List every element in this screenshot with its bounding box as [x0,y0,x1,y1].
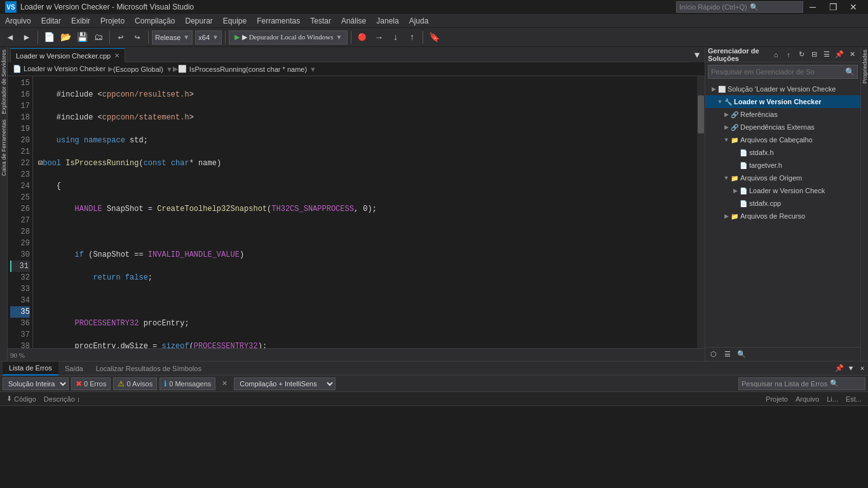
col-header-line[interactable]: Li... [823,395,842,403]
menu-exibir[interactable]: Exibir [66,14,95,27]
editor-tab-active[interactable]: Loader w Version Checker.cpp ✕ [10,48,125,62]
menu-ajuda[interactable]: Ajuda [404,14,434,27]
server-explorer-label[interactable]: Explorador de Servidores [0,47,8,117]
tree-item-solution[interactable]: ▶ ⬜ Solução 'Loader w Version Checke [705,83,860,95]
save-all-button[interactable]: 🗂 [91,30,106,45]
step-over-button[interactable]: → [371,30,386,45]
menu-equipe[interactable]: Equipe [218,14,252,27]
sol-home-button[interactable]: ⌂ [770,49,782,60]
close-button[interactable]: ✕ [844,0,863,14]
quick-launch-search[interactable]: Início Rápido (Ctrl+Q) 🔍 [676,1,803,13]
toggle-solution[interactable]: ▶ [710,86,717,92]
bottom-dropdown-button[interactable]: ▼ [845,362,857,376]
editor-scroll-thumb[interactable] [698,95,704,133]
save-button[interactable]: 💾 [74,30,90,45]
messages-badge[interactable]: ℹ 0 Mensagens [159,377,215,390]
restore-button[interactable]: ❒ [824,0,843,14]
minimize-button[interactable]: ─ [803,0,822,14]
menu-ferramentas[interactable]: Ferramentas [252,14,305,27]
menu-projeto[interactable]: Projeto [95,14,130,27]
build-filter-dropdown[interactable]: Compilação + IntelliSens [234,377,336,390]
open-file-button[interactable]: 📂 [58,30,73,45]
sol-close-button[interactable]: ✕ [846,49,858,60]
col-header-file[interactable]: Arquivo [792,395,823,403]
bottom-close-button[interactable]: ✕ [857,362,868,376]
scope-filter-dropdown[interactable]: Solução Inteira [3,377,69,390]
sol-refresh-button[interactable]: ↻ [796,49,807,60]
toolbox-label[interactable]: Caixa de Ferramentas [0,117,8,179]
back-button[interactable]: ◀ [3,30,18,45]
toggle-references[interactable]: ▶ [723,111,729,118]
solution-search[interactable]: 🔍 [708,65,858,79]
error-search-box[interactable]: Pesquisar na Lista de Erros 🔍 [738,377,865,390]
properties-label[interactable]: Propriedades [860,47,869,86]
menu-arquivo[interactable]: Arquivo [0,14,36,27]
sol-up-button[interactable]: ↑ [783,49,794,60]
col-header-status[interactable]: Est... [842,395,865,403]
code-content[interactable]: 15 16 17 18 19 20 21 22 23 24 25 26 27 2… [8,76,705,348]
platform-dropdown[interactable]: x64 ▼ [195,30,222,44]
tab-close-icon[interactable]: ✕ [114,52,119,59]
sol-properties-button[interactable]: ☰ [821,49,832,60]
col-header-code[interactable]: ⬇ Código [3,395,40,403]
forward-button[interactable]: ▶ [19,30,34,45]
scope-dropdown[interactable]: (Escopo Global) ▼ [113,65,173,73]
tree-item-headers[interactable]: ▼ 📁 Arquivos de Cabeçalho [705,133,860,146]
col-header-description[interactable]: Descrição ↕ [40,395,84,403]
tree-item-source-files[interactable]: ▼ 📁 Arquivos de Origem [705,172,860,184]
menu-testar[interactable]: Testar [305,14,336,27]
code-text[interactable]: #include <cppconn/resultset.h> #include … [33,76,697,348]
tab-localizar-simbolos[interactable]: Localizar Resultados de Símbolos [90,362,208,376]
tree-item-resources[interactable]: ▶ 📁 Arquivos de Recurso [705,210,860,222]
menu-depurar[interactable]: Depurar [180,14,217,27]
sol-filter-button[interactable]: ⊟ [808,49,820,60]
step-in-button[interactable]: ↓ [388,30,403,45]
run-button[interactable]: ▶ ▶ Depurador Local do Windows ▼ [229,30,348,44]
toggle-headers[interactable]: ▼ [723,137,729,143]
bottom-pin-button[interactable]: 📌 [834,362,845,376]
function-dropdown[interactable]: ⬜ IsProcessRunning(const char * name) ▼ [178,65,316,73]
bookmark-button[interactable]: 🔖 [426,30,442,45]
menu-compilacao[interactable]: Compilação [130,14,180,27]
messages-count: 0 Mensagens [169,380,211,388]
tree-item-stdafx-cpp[interactable]: 📄 stdafx.cpp [705,197,860,210]
step-out-button[interactable]: ↑ [404,30,419,45]
sol-bottom-btn-1[interactable]: ⬡ [708,349,719,360]
menu-analise[interactable]: Análise [336,14,371,27]
zoom-level[interactable]: 90 % [10,351,25,359]
undo-button[interactable]: ↩ [113,30,128,45]
tab-saida[interactable]: Saída [58,362,90,376]
menu-editar[interactable]: Editar [36,14,66,27]
tree-item-loader-cpp[interactable]: ▶ 📄 Loader w Version Check [705,184,860,197]
clear-filter-button[interactable]: ✕ [218,377,231,390]
config-dropdown[interactable]: Release ▼ [152,30,193,44]
sol-bottom-btn-2[interactable]: ☰ [722,349,733,360]
targetver-h-label: targetver.h [749,161,782,169]
new-file-button[interactable]: 📄 [41,30,57,45]
tree-item-references[interactable]: ▶ 🔗 Referências [705,108,860,121]
search-icon: 🔍 [750,3,759,11]
tree-item-stdafx-h[interactable]: 📄 stdafx.h [705,146,860,159]
solution-search-input[interactable] [711,68,845,76]
breadcrumb-file[interactable]: 📄 Loader w Version Checker [10,65,108,73]
redo-button[interactable]: ↪ [130,30,145,45]
breakpoint-button[interactable]: 🔴 [355,30,370,45]
toggle-resources[interactable]: ▶ [723,213,729,219]
errors-badge[interactable]: ✖ 0 Erros [71,377,111,390]
toggle-loader-cpp[interactable]: ▶ [732,187,738,194]
tab-lista-erros[interactable]: Lista de Erros [3,362,58,376]
tree-item-targetver-h[interactable]: 📄 targetver.h [705,159,860,172]
toggle-source-files[interactable]: ▼ [723,175,729,181]
editor-scrollbar[interactable] [697,76,705,348]
project-icon: 🔧 [724,98,732,105]
toggle-external[interactable]: ▶ [723,124,729,130]
tree-item-external-deps[interactable]: ▶ 🔗 Dependências Externas [705,121,860,133]
tree-item-project[interactable]: ▼ 🔧 Loader w Version Checker [705,95,860,108]
menu-janela[interactable]: Janela [371,14,403,27]
sol-pin-button[interactable]: 📌 [834,49,845,60]
sol-bottom-btn-3[interactable]: 🔍 [736,349,747,360]
tab-list-button[interactable]: ▼ [689,48,705,62]
warnings-badge[interactable]: ⚠ 0 Avisos [113,377,157,390]
toggle-project[interactable]: ▼ [717,98,723,105]
col-header-project[interactable]: Projeto [762,395,792,403]
